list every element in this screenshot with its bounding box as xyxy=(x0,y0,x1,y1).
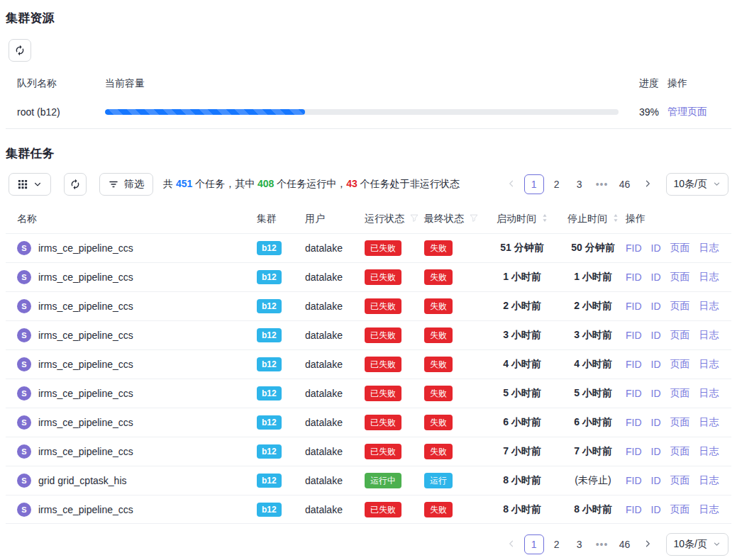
next-page-button[interactable] xyxy=(638,174,658,194)
run-status-badge: 已失败 xyxy=(365,269,401,285)
avatar: S xyxy=(17,270,31,284)
page-link[interactable]: 页面 xyxy=(670,242,690,254)
table-row: S irms_ce_pipeline_ccs b12 datalake 已失败 … xyxy=(6,349,731,379)
avatar: S xyxy=(17,444,31,459)
avatar: S xyxy=(17,474,31,488)
id-link[interactable]: ID xyxy=(651,475,661,486)
page-link[interactable]: 页面 xyxy=(670,358,690,371)
tasks-refresh-button[interactable] xyxy=(64,173,87,196)
log-link[interactable]: 日志 xyxy=(699,445,719,458)
avatar: S xyxy=(17,241,31,255)
fid-link[interactable]: FID xyxy=(626,330,642,341)
sorter-icon[interactable] xyxy=(542,213,548,225)
start-time: 6 小时前 xyxy=(484,416,560,429)
id-link[interactable]: ID xyxy=(651,446,661,457)
header-stop-time[interactable]: 停止时间 xyxy=(560,213,626,225)
table-row: S irms_ce_pipeline_ccs b12 datalake 已失败 … xyxy=(6,233,731,262)
cluster-resources-title: 集群资源 xyxy=(6,10,731,26)
id-link[interactable]: ID xyxy=(651,504,661,515)
log-link[interactable]: 日志 xyxy=(699,416,719,429)
id-link[interactable]: ID xyxy=(651,242,661,254)
filter-button[interactable]: 筛选 xyxy=(99,173,153,196)
cluster-badge: b12 xyxy=(257,444,282,459)
page-link[interactable]: 页面 xyxy=(670,445,690,458)
log-link[interactable]: 日志 xyxy=(699,503,719,516)
header-final-status[interactable]: 最终状态 xyxy=(424,213,484,225)
page-size-select[interactable]: 10条/页 xyxy=(666,173,728,196)
page-size-select[interactable]: 10条/页 xyxy=(666,533,728,556)
page-button-2[interactable]: 2 xyxy=(547,174,567,194)
fid-link[interactable]: FID xyxy=(626,504,642,515)
header-start-time[interactable]: 启动时间 xyxy=(484,213,560,225)
id-link[interactable]: ID xyxy=(651,417,661,428)
columns-grid-dropdown-button[interactable] xyxy=(9,173,51,196)
table-row: S irms_ce_pipeline_ccs b12 datalake 已失败 … xyxy=(6,379,731,408)
fid-link[interactable]: FID xyxy=(626,271,642,283)
resources-refresh-button[interactable] xyxy=(9,39,31,62)
page-link[interactable]: 页面 xyxy=(670,474,690,487)
page-button-46[interactable]: 46 xyxy=(615,534,635,554)
log-link[interactable]: 日志 xyxy=(699,387,719,400)
page-button-2[interactable]: 2 xyxy=(547,534,567,554)
filter-funnel-icon[interactable] xyxy=(410,213,419,225)
page-link[interactable]: 页面 xyxy=(670,387,690,400)
final-status-badge: 失败 xyxy=(424,415,453,430)
capacity-progress-track xyxy=(105,109,619,115)
id-link[interactable]: ID xyxy=(651,301,661,312)
table-row: S irms_ce_pipeline_ccs b12 datalake 已失败 … xyxy=(6,291,731,320)
fid-link[interactable]: FID xyxy=(626,417,642,428)
page-button-46[interactable]: 46 xyxy=(615,174,635,194)
log-link[interactable]: 日志 xyxy=(699,300,719,313)
fid-link[interactable]: FID xyxy=(626,475,642,486)
run-status-badge: 已失败 xyxy=(365,240,401,256)
stop-time: 4 小时前 xyxy=(560,358,626,371)
run-status-badge: 已失败 xyxy=(365,415,401,430)
id-link[interactable]: ID xyxy=(651,388,661,399)
page-button-1[interactable]: 1 xyxy=(524,174,544,194)
resources-table: 队列名称 当前容量 进度 操作 root (b12) 39% 管理页面 xyxy=(6,72,731,129)
log-link[interactable]: 日志 xyxy=(699,329,719,342)
final-status-badge: 失败 xyxy=(424,502,453,517)
log-link[interactable]: 日志 xyxy=(699,474,719,487)
fid-link[interactable]: FID xyxy=(626,388,642,399)
page-link[interactable]: 页面 xyxy=(670,329,690,342)
stop-time: 6 小时前 xyxy=(560,416,626,429)
table-row: S irms_ce_pipeline_ccs b12 datalake 已失败 … xyxy=(6,408,731,437)
run-status-badge: 已失败 xyxy=(365,327,401,343)
start-time: 2 小时前 xyxy=(484,300,560,313)
id-link[interactable]: ID xyxy=(651,330,661,341)
id-link[interactable]: ID xyxy=(651,359,661,370)
table-row: S irms_ce_pipeline_ccs b12 datalake 已失败 … xyxy=(6,320,731,349)
log-link[interactable]: 日志 xyxy=(699,271,719,284)
filter-funnel-icon[interactable] xyxy=(470,213,478,225)
cluster-badge: b12 xyxy=(257,241,282,255)
page-link[interactable]: 页面 xyxy=(670,300,690,313)
log-link[interactable]: 日志 xyxy=(699,358,719,371)
page-button-3[interactable]: 3 xyxy=(570,534,589,554)
run-status-badge: 已失败 xyxy=(365,298,401,314)
header-name: 名称 xyxy=(6,213,257,225)
page-ellipsis[interactable]: ••• xyxy=(592,534,612,554)
page-button-3[interactable]: 3 xyxy=(570,174,589,194)
id-link[interactable]: ID xyxy=(651,271,661,283)
header-run-status[interactable]: 运行状态 xyxy=(365,213,424,225)
resources-header-capacity: 当前容量 xyxy=(105,77,624,90)
stop-time: 50 分钟前 xyxy=(560,242,626,254)
fid-link[interactable]: FID xyxy=(626,242,642,254)
fid-link[interactable]: FID xyxy=(626,446,642,457)
page-button-1[interactable]: 1 xyxy=(524,534,544,554)
page-ellipsis[interactable]: ••• xyxy=(592,174,612,194)
run-status-badge: 运行中 xyxy=(365,473,401,488)
fid-link[interactable]: FID xyxy=(626,301,642,312)
task-name: irms_ce_pipeline_ccs xyxy=(38,417,133,428)
page-link[interactable]: 页面 xyxy=(670,271,690,284)
manage-page-link[interactable]: 管理页面 xyxy=(667,106,707,117)
fid-link[interactable]: FID xyxy=(626,359,642,370)
task-user: datalake xyxy=(305,271,365,283)
sorter-icon[interactable] xyxy=(613,213,619,225)
page-link[interactable]: 页面 xyxy=(670,503,690,516)
log-link[interactable]: 日志 xyxy=(699,242,719,254)
next-page-button[interactable] xyxy=(638,534,658,554)
page-link[interactable]: 页面 xyxy=(670,416,690,429)
row-actions: FID ID 页面 日志 xyxy=(626,445,731,458)
